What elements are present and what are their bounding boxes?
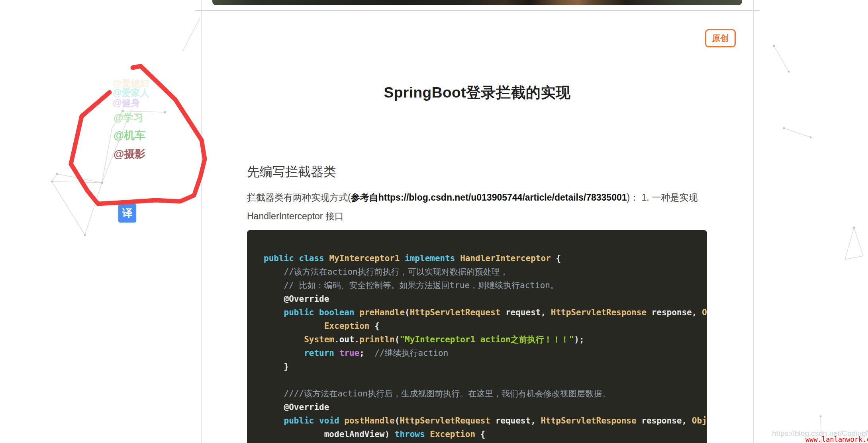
code-line: public boolean preHandle(HttpServletRequ… (264, 306, 707, 319)
content-column-left-border (201, 0, 202, 443)
original-badge: 原创 (705, 29, 736, 47)
code-line: @Override (264, 400, 707, 414)
translate-button-label: 译 (122, 206, 133, 220)
code-line: } (264, 360, 707, 373)
page-title: SpringBoot登录拦截的实现 (201, 83, 753, 103)
original-badge-label: 原创 (712, 33, 729, 44)
code-line: System.out.println("MyInterceptor1 actio… (264, 333, 707, 346)
section-heading: 先编写拦截器类 (247, 163, 336, 181)
code-line: public class MyInterceptor1 implements H… (264, 252, 707, 265)
code-line: modelAndView) throws Exception { (264, 427, 707, 441)
tag-item: @摄影 (114, 147, 145, 161)
code-line: return true; //继续执行action (264, 346, 707, 360)
translate-button[interactable]: 译 (118, 204, 136, 222)
intro-paragraph: 拦截器类有两种实现方式(参考自https://blog.csdn.net/u01… (247, 188, 708, 226)
code-line (264, 373, 707, 387)
content-column-right-border (753, 0, 754, 443)
code-content: public class MyInterceptor1 implements H… (247, 230, 707, 443)
tag-item: @机车 (114, 128, 145, 142)
code-block: public class MyInterceptor1 implements H… (247, 230, 707, 443)
paragraph-text-pre: 拦截器类有两种实现方式( (247, 192, 351, 203)
code-line: // 比如：编码、安全控制等。如果方法返回true，则继续执行action。 (264, 279, 707, 292)
code-line: public void postHandle(HttpServletReques… (264, 414, 707, 427)
reference-url-text: 参考自https://blog.csdn.net/u013905744/arti… (351, 192, 627, 203)
code-line: @Override (264, 292, 707, 306)
card-divider (195, 10, 760, 11)
header-image-strip (212, 0, 742, 5)
code-line: //该方法在action执行前执行，可以实现对数据的预处理， (264, 265, 707, 279)
watermark-site-url: www.lanlanwork.com (805, 435, 868, 443)
tag-item: @学习 (114, 111, 143, 124)
tag-item: @健身 (113, 97, 140, 109)
code-line: ////该方法在action执行后，生成视图前执行。在这里，我们有机会修改视图层… (264, 387, 707, 400)
code-line: Exception { (264, 319, 707, 333)
